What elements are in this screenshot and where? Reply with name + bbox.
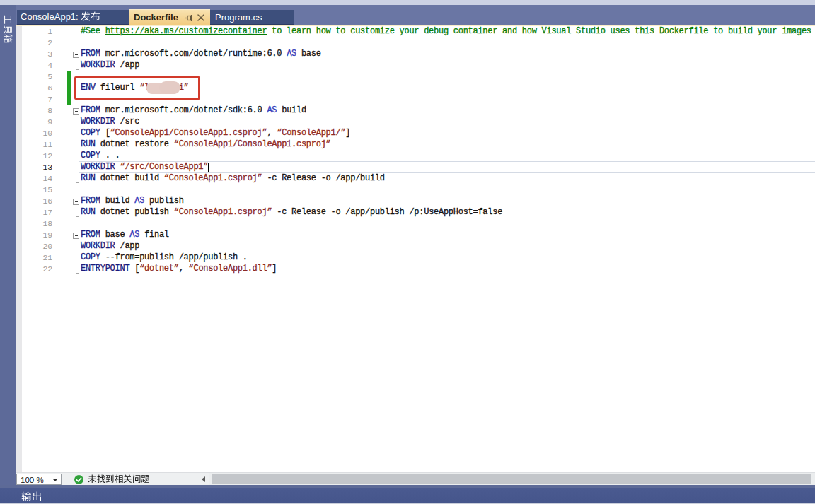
code-line-22[interactable]: 22ENTRYPOINT [“dotnet”, “ConsoleApp1.dll… — [16, 264, 815, 275]
code-line-16[interactable]: 16FROM build AS publish — [16, 196, 815, 207]
code-text: COPY . . — [81, 151, 120, 162]
fold-guide-line — [76, 206, 76, 217]
document-tab-consoleapp1-[interactable]: ConsoleApp1: — [17, 10, 129, 25]
code-line-9[interactable]: 9WORKDIR /src — [16, 117, 815, 128]
output-panel-header — [0, 485, 815, 504]
line-number: 4 — [16, 60, 52, 71]
toolbox-tab[interactable] — [2, 15, 13, 44]
visual-studio-window: ConsoleApp1: DockerfileProgram.cs 1#See … — [0, 0, 815, 504]
code-line-4[interactable]: 4WORKDIR /app — [16, 60, 815, 71]
code-line-19[interactable]: 19FROM base AS final — [16, 230, 815, 241]
horizontal-scrollbar-thumb[interactable] — [212, 474, 811, 484]
line-number: 14 — [16, 173, 52, 184]
fold-collapse-box[interactable] — [73, 199, 79, 205]
code-editor[interactable]: 1#See https://aka.ms/customizecontainer … — [16, 26, 815, 472]
hscroll-left-arrow-icon[interactable] — [202, 476, 205, 482]
line-number: 2 — [16, 37, 52, 49]
check-circle-icon — [74, 475, 83, 484]
fold-guide-line — [76, 115, 76, 183]
document-tab-dockerfile[interactable]: Dockerfile — [129, 9, 210, 25]
fold-guide-line — [76, 240, 76, 274]
line-number: 11 — [16, 139, 52, 151]
zoom-level-value: 100 % — [21, 475, 44, 485]
code-line-10[interactable]: 10COPY [“ConsoleApp1/ConsoleApp1.csproj”… — [16, 128, 815, 139]
code-text: RUN dotnet build “ConsoleApp1.csproj” -c… — [81, 173, 385, 184]
document-tab-bar: ConsoleApp1: DockerfileProgram.cs — [16, 5, 815, 26]
line-number: 22 — [16, 264, 52, 275]
document-tab-program-cs[interactable]: Program.cs — [210, 10, 294, 25]
line-number: 6 — [16, 83, 52, 94]
line-number: 18 — [16, 218, 52, 230]
line-number: 19 — [16, 230, 52, 241]
line-number: 15 — [16, 184, 52, 196]
change-tracking-bar — [67, 71, 71, 105]
code-line-21[interactable]: 21COPY --from=publish /app/publish . — [16, 252, 815, 264]
line-number: 17 — [16, 207, 52, 218]
zoom-level-dropdown[interactable]: 100 % — [16, 474, 62, 485]
code-text: FROM mcr.microsoft.com/dotnet/runtime:6.… — [81, 49, 321, 60]
line-number: 5 — [16, 71, 52, 83]
line-number: 16 — [16, 196, 52, 207]
code-text: WORKDIR /app — [81, 241, 139, 252]
annotation-red-box — [74, 76, 200, 100]
fold-guide-line — [76, 59, 76, 70]
line-number: 20 — [16, 241, 52, 252]
line-number: 21 — [16, 252, 52, 264]
line-number: 8 — [16, 105, 52, 117]
tab-label: Program.cs — [215, 12, 262, 23]
fold-collapse-box[interactable] — [73, 52, 79, 58]
health-message — [88, 474, 150, 484]
line-number: 3 — [16, 49, 52, 60]
code-line-8[interactable]: 8FROM mcr.microsoft.com/dotnet/sdk:6.0 A… — [16, 105, 815, 117]
code-text: ENTRYPOINT [“dotnet”, “ConsoleApp1.dll”] — [81, 264, 277, 275]
code-text: RUN dotnet publish “ConsoleApp1.csproj” … — [81, 207, 502, 218]
code-line-12[interactable]: 12COPY . . — [16, 151, 815, 162]
code-line-20[interactable]: 20WORKDIR /app — [16, 241, 815, 252]
code-text: FROM build AS publish — [81, 196, 184, 207]
code-text: WORKDIR /src — [81, 117, 139, 128]
code-text: FROM mcr.microsoft.com/dotnet/sdk:6.0 AS… — [81, 105, 306, 117]
code-line-14[interactable]: 14RUN dotnet build “ConsoleApp1.csproj” … — [16, 173, 815, 184]
fold-guide-end — [76, 216, 79, 217]
fold-guide-end — [76, 69, 79, 70]
line-number: 13 — [16, 162, 52, 173]
fold-collapse-box[interactable] — [73, 233, 79, 239]
fold-guide-end — [76, 273, 79, 274]
editor-status-row: 100 % — [16, 472, 815, 485]
horizontal-scrollbar[interactable] — [209, 473, 815, 486]
output-panel-title[interactable] — [21, 491, 42, 503]
code-text: RUN dotnet restore “ConsoleApp1/ConsoleA… — [81, 139, 331, 151]
current-line-highlight — [79, 161, 815, 173]
tab-label: Dockerfile — [134, 12, 178, 23]
fold-collapse-box[interactable] — [73, 108, 79, 115]
code-text: WORKDIR /app — [81, 60, 139, 71]
code-text: COPY [“ConsoleApp1/ConsoleApp1.csproj”, … — [81, 128, 350, 139]
line-number: 7 — [16, 94, 52, 105]
toolbox-side-strip — [0, 5, 16, 485]
close-icon[interactable] — [196, 13, 206, 23]
chevron-down-icon — [52, 479, 58, 481]
code-lines: 1#See https://aka.ms/customizecontainer … — [16, 26, 815, 275]
fold-guide-end — [76, 182, 79, 183]
code-text: #See https://aka.ms/customizecontainer t… — [81, 26, 815, 37]
code-text: FROM base AS final — [81, 230, 169, 241]
code-line-3[interactable]: 3FROM mcr.microsoft.com/dotnet/runtime:6… — [16, 49, 815, 60]
code-text: COPY --from=publish /app/publish . — [81, 252, 248, 264]
pin-icon[interactable] — [184, 13, 194, 23]
line-number: 12 — [16, 151, 52, 162]
code-line-1[interactable]: 1#See https://aka.ms/customizecontainer … — [16, 26, 815, 37]
line-number: 9 — [16, 117, 52, 128]
window-top-strip — [0, 0, 815, 5]
line-number: 1 — [16, 26, 52, 37]
code-line-17[interactable]: 17RUN dotnet publish “ConsoleApp1.csproj… — [16, 207, 815, 218]
line-number: 10 — [16, 128, 52, 139]
code-line-2[interactable]: 2 — [16, 37, 815, 49]
code-line-18[interactable]: 18 — [16, 218, 815, 230]
document-health-indicator[interactable] — [74, 473, 150, 486]
code-line-11[interactable]: 11RUN dotnet restore “ConsoleApp1/Consol… — [16, 139, 815, 151]
tab-label: ConsoleApp1: — [21, 11, 100, 22]
code-line-15[interactable]: 15 — [16, 184, 815, 196]
text-caret — [208, 163, 209, 172]
